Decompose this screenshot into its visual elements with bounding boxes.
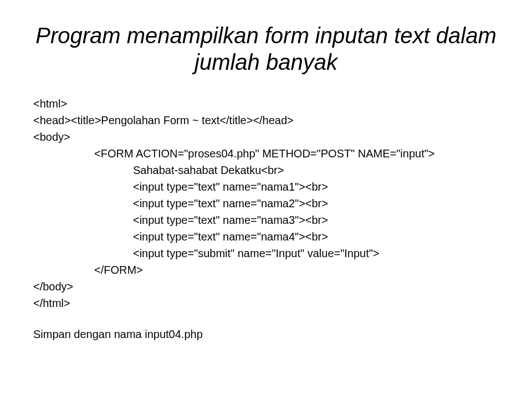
code-line: <body> <box>33 129 499 145</box>
code-line: <input type="text" name="nama3"><br> <box>33 212 499 228</box>
slide-title: Program menampilkan form inputan text da… <box>33 22 499 75</box>
code-line: </html> <box>33 295 499 311</box>
code-line: Sahabat-sahabat Dekatku<br> <box>33 162 499 178</box>
footer-note: Simpan dengan nama input04.php <box>33 328 499 341</box>
code-line: <head><title>Pengolahan Form ~ text</tit… <box>33 112 499 129</box>
code-line: <FORM ACTION="proses04.php" METHOD="POST… <box>33 145 499 162</box>
code-line: <input type="text" name="nama1"><br> <box>33 178 499 195</box>
code-line: </body> <box>33 278 499 295</box>
code-line: <input type="text" name="nama2"><br> <box>33 195 499 212</box>
code-line: <input type="text" name="nama4"><br> <box>33 228 499 245</box>
code-line: </FORM> <box>33 262 499 278</box>
code-block: <html> <head><title>Pengolahan Form ~ te… <box>33 95 499 311</box>
code-line: <html> <box>33 95 499 112</box>
code-line: <input type="submit" name="Input" value=… <box>33 245 499 262</box>
